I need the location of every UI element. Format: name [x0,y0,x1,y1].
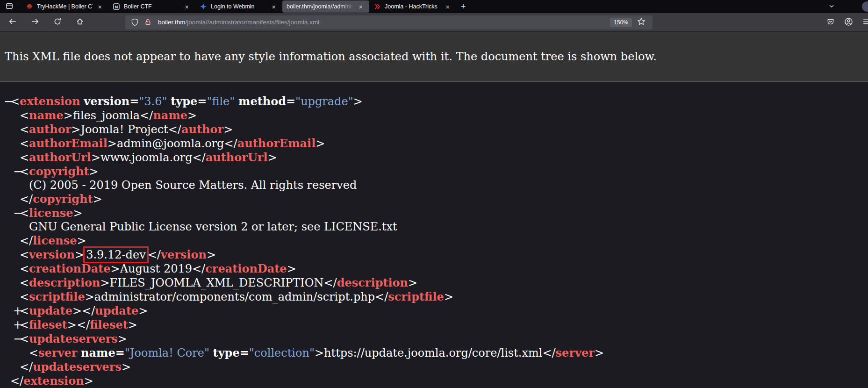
url-host: boiler.thm [158,19,186,26]
firefox-view-button[interactable] [3,1,16,12]
url-bar[interactable]: boiler.thm/joomla//administrator/manifes… [125,15,653,29]
pocket-icon [826,17,835,27]
xml-tag-name: description [29,276,100,289]
menu-button[interactable] [859,15,868,30]
xml-tag-name: version [161,248,207,261]
account-button[interactable] [841,15,856,30]
xml-bracket: < [20,165,29,178]
zoom-level-badge[interactable]: 150% [610,18,632,27]
xml-bracket: > [287,262,296,275]
collapse-toggle[interactable]: − [13,332,20,346]
reload-button[interactable] [49,15,66,30]
star-icon [637,17,646,27]
highlighted-version-text: 3.9.12-dev [86,248,146,261]
xml-text-content: https://update.joomla.org/core/list.xml [324,346,542,359]
collapse-toggle[interactable]: − [13,165,20,179]
tab-close-button[interactable]: ✕ [269,2,278,11]
collapse-toggle[interactable]: − [13,207,20,220]
xml-banner: This XML file does not appear to have an… [0,32,868,82]
hacktricks-icon [373,3,381,10]
xml-text-content: www.joomla.org [100,151,192,164]
xml-bracket: </ [20,360,33,374]
xml-bracket: < [20,207,29,220]
xml-attr-name: type= [213,346,249,359]
xml-bracket: </ [323,276,337,289]
avatar[interactable] [862,1,868,12]
shield-icon[interactable] [129,17,140,28]
xml-bracket: > [77,234,86,247]
url-path: /joomla//administrator/manifests/files/j… [186,19,320,26]
xml-bracket: </ [20,193,33,206]
xml-line: <author>Joomla! Project</author> [0,122,868,137]
xml-bracket: > [223,123,233,136]
xml-bracket: > [93,193,102,206]
tab[interactable]: TryHackMe | Boiler CTF✕ [22,0,108,13]
tryhackme-icon [26,3,33,10]
tab-active[interactable]: boiler.thm/joomla//administr✕ [282,0,369,13]
tab-separator [18,3,18,10]
back-button[interactable] [4,15,21,30]
new-tab-button[interactable]: + [457,0,469,13]
expand-toggle[interactable]: + [13,318,20,332]
forward-button[interactable] [27,15,43,30]
insecure-lock-icon[interactable] [142,17,153,28]
tab[interactable]: NBoiler CTF✕ [108,0,195,13]
xml-text-content: GNU General Public License version 2 or … [29,220,397,233]
xml-bracket: > [207,248,216,261]
svg-text:N: N [115,5,118,9]
xml-bracket: > [187,109,197,122]
back-icon [8,17,17,27]
xml-tag-name: description [337,276,408,289]
xml-tag-name: author [181,122,223,136]
tab[interactable]: Login to Webmin✕ [195,0,282,13]
chevron-down-icon [828,2,835,11]
xml-line: <authorEmail>admin@joomla.org</authorEma… [0,137,868,151]
xml-bracket: > [118,332,127,345]
home-button[interactable] [72,15,88,30]
tab-close-button[interactable]: ✕ [356,2,365,11]
xml-line: (C) 2005 - 2019 Open Source Matters. All… [0,179,868,192]
tab-title: TryHackMe | Boiler CTF [37,3,93,10]
xml-bracket: > [111,262,120,275]
xml-tag-name: fileset [29,318,67,331]
tab-close-button[interactable]: ✕ [95,2,104,11]
xml-tag-name: extension [23,374,84,388]
pocket-button[interactable] [823,15,838,30]
webmin-icon [200,3,207,10]
tab-close-button[interactable]: ✕ [443,2,452,11]
xml-bracket: < [20,123,29,136]
tab[interactable]: Joomla - HackTricks✕ [369,0,456,13]
xml-bracket: < [20,109,29,122]
tab-bar: TryHackMe | Boiler CTF✕NBoiler CTF✕Login… [0,0,868,13]
menu-icon [862,18,868,27]
xml-bracket: > [108,137,117,150]
expand-toggle[interactable]: + [13,304,20,318]
xml-bracket: > [128,318,137,331]
collapse-toggle[interactable]: − [4,95,10,108]
xml-text-content: FILES_JOOMLA_XML_DESCRIPTION [110,276,324,289]
xml-tag-name: creationDate [29,262,110,275]
xml-line: </extension> [0,374,868,388]
xml-bracket: > [595,346,604,359]
xml-text-content: August 2019 [120,262,192,275]
tab-strip: TryHackMe | Boiler CTF✕NBoiler CTF✕Login… [22,0,456,13]
tab-close-button[interactable]: ✕ [182,2,191,11]
xml-tag-name: updateservers [29,332,118,345]
xml-bracket: </ [168,123,181,136]
tab-title: Boiler CTF [124,3,179,10]
xml-bracket: < [29,346,38,359]
xml-line: −<copyright> [0,165,868,179]
xml-tag-name: extension [20,94,80,108]
xml-bracket: < [20,248,29,261]
xml-tag-name: name [29,108,64,122]
xml-bracket: < [20,276,29,289]
list-all-tabs-button[interactable] [825,1,838,12]
xml-attr-value: "upgrade" [295,95,353,108]
xml-tag-name: update [95,304,138,317]
xml-bracket: > [85,290,94,303]
xml-text-content: files_joomla [73,109,140,122]
bookmark-star-button[interactable] [636,17,647,28]
xml-bracket: </ [82,304,95,317]
xml-tag-name: server [556,346,595,359]
xml-line: −<updateservers> [0,332,868,346]
